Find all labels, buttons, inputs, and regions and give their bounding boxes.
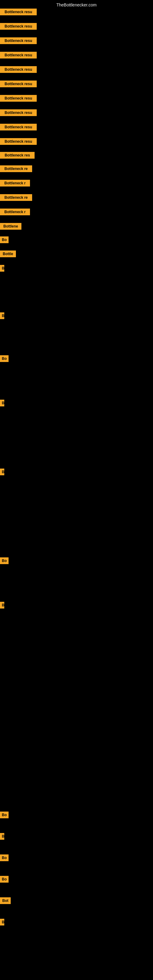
bottleneck-button-28[interactable]: Bo <box>0 854 9 861</box>
bottleneck-button-29[interactable]: Bo <box>0 876 9 883</box>
bottleneck-button-15[interactable]: Bottleneck r <box>0 208 30 215</box>
bottleneck-button-14[interactable]: Bottleneck re <box>0 194 32 201</box>
bottleneck-button-2[interactable]: Bottleneck resu <box>0 23 37 30</box>
bottleneck-button-4[interactable]: Bottleneck resu <box>0 52 37 59</box>
bottleneck-button-24[interactable]: Bo <box>0 557 9 564</box>
bottleneck-button-22[interactable]: B <box>0 400 4 406</box>
bottleneck-button-6[interactable]: Bottleneck resu <box>0 81 37 87</box>
bottleneck-button-3[interactable]: Bottleneck resu <box>0 37 37 44</box>
bottleneck-button-7[interactable]: Bottleneck resu <box>0 95 37 102</box>
bottleneck-button-18[interactable]: Bottle <box>0 250 16 257</box>
bottleneck-button-25[interactable]: B <box>0 602 4 609</box>
bottleneck-button-8[interactable]: Bottleneck resu <box>0 109 37 116</box>
bottleneck-button-12[interactable]: Bottleneck re <box>0 165 32 172</box>
bottleneck-button-10[interactable]: Bottleneck resu <box>0 138 37 145</box>
bottleneck-button-31[interactable]: B <box>0 919 4 926</box>
bottleneck-button-11[interactable]: Bottleneck res <box>0 152 35 159</box>
bottleneck-button-17[interactable]: Bo <box>0 236 9 243</box>
bottleneck-button-1[interactable]: Bottleneck resu <box>0 9 37 15</box>
bottleneck-button-30[interactable]: Bot <box>0 897 11 904</box>
bottleneck-button-20[interactable]: B <box>0 312 4 319</box>
bottleneck-button-19[interactable]: B <box>0 265 4 272</box>
bottleneck-button-26[interactable]: Bo <box>0 811 9 818</box>
bottleneck-button-23[interactable]: B <box>0 469 4 475</box>
bottleneck-button-9[interactable]: Bottleneck resu <box>0 124 37 130</box>
bottleneck-button-21[interactable]: Bo <box>0 355 9 362</box>
site-title: TheBottlenecker.com <box>0 0 153 9</box>
bottleneck-button-5[interactable]: Bottleneck resu <box>0 66 37 73</box>
bottleneck-button-27[interactable]: B <box>0 833 4 840</box>
bottleneck-button-13[interactable]: Bottleneck r <box>0 180 30 186</box>
bottleneck-button-16[interactable]: Bottlene <box>0 223 21 230</box>
